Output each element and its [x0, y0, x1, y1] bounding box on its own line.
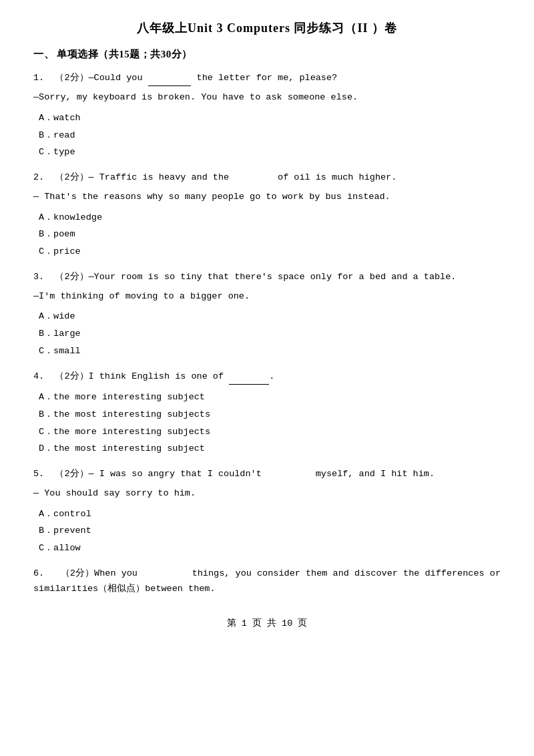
question-2-optionA: A．knowledge — [39, 209, 501, 226]
question-3-response: —I'm thinking of moving to a bigger one. — [33, 289, 501, 305]
question-4-optionD: D．the most interesting subject — [39, 440, 501, 457]
question-5-response: — You should say sorry to him. — [33, 486, 501, 502]
question-4-optionB: B．the most interesting subjects — [39, 406, 501, 423]
question-2-optionB: B．poem — [39, 226, 501, 243]
question-6-stem: 6. （2分）When you things, you consider the… — [33, 566, 501, 597]
question-2-stem: 2. （2分）— Traffic is heavy and the of oil… — [33, 170, 501, 186]
question-3-optionA: A．wide — [39, 308, 501, 325]
question-2-optionC: C．price — [39, 243, 501, 260]
question-2-response: — That's the reasons why so many people … — [33, 190, 501, 205]
page-footer: 第 1 页 共 10 页 — [33, 617, 501, 629]
question-1-stem: 1. （2分）—Could you the letter for me, ple… — [33, 70, 501, 86]
question-3-optionC: C．small — [39, 343, 501, 360]
question-1-response: —Sorry, my keyboard is broken. You have … — [33, 90, 501, 106]
page-title: 八年级上Unit 3 Computers 同步练习（II ）卷 — [33, 20, 501, 36]
question-1-optionC: C．type — [39, 144, 501, 161]
question-1-optionB: B．read — [39, 127, 501, 144]
question-5-optionB: B．prevent — [39, 522, 501, 540]
question-5: 5. （2分）— I was so angry that I couldn't … — [33, 467, 501, 557]
section1-title: 一、 单项选择（共15题；共30分） — [33, 48, 501, 61]
question-4-optionC: C．the more interesting subjects — [39, 423, 501, 441]
question-2: 2. （2分）— Traffic is heavy and the of oil… — [33, 170, 501, 260]
question-6: 6. （2分）When you things, you consider the… — [33, 566, 501, 597]
question-1-optionA: A．watch — [39, 110, 501, 127]
question-1: 1. （2分）—Could you the letter for me, ple… — [33, 70, 501, 161]
question-5-optionC: C．allow — [39, 540, 501, 557]
question-5-stem: 5. （2分）— I was so angry that I couldn't … — [33, 467, 501, 482]
question-3: 3. （2分）—Your room is so tiny that there'… — [33, 270, 501, 360]
question-4-optionA: A．the more interesting subject — [39, 389, 501, 406]
question-4-stem: 4. （2分）I think English is one of . — [33, 369, 501, 385]
question-5-optionA: A．control — [39, 506, 501, 523]
question-4: 4. （2分）I think English is one of . A．the… — [33, 369, 501, 457]
question-3-stem: 3. （2分）—Your room is so tiny that there'… — [33, 270, 501, 285]
question-3-optionB: B．large — [39, 325, 501, 343]
